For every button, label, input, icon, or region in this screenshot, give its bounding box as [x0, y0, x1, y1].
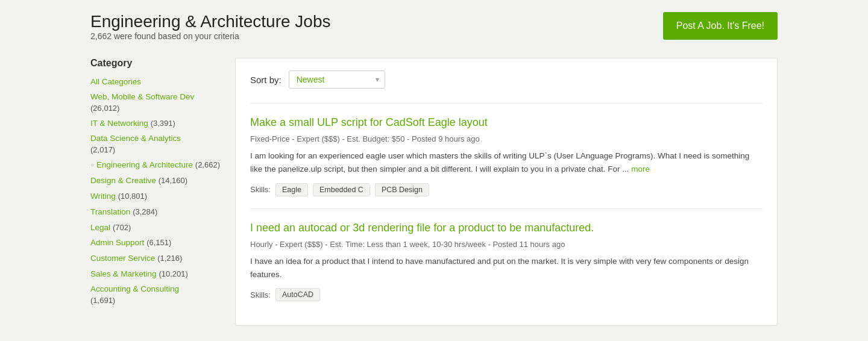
- sidebar-link-sales[interactable]: Sales & Marketing: [90, 269, 157, 278]
- sort-label: Sort by:: [250, 75, 281, 85]
- sidebar-item-engineering[interactable]: ○ Engineering & Architecture (2,662): [90, 159, 223, 171]
- sidebar-count-it: (3,391): [151, 119, 175, 128]
- skill-tag[interactable]: AutoCAD: [275, 288, 320, 301]
- sidebar-count-engineering: (2,662): [195, 160, 220, 169]
- sidebar-count-writing: (10,801): [118, 192, 147, 201]
- active-bullet-icon: ○: [90, 161, 94, 169]
- skill-tag[interactable]: Embedded C: [313, 183, 370, 196]
- sidebar-link-accounting[interactable]: Accounting & Consulting: [90, 284, 223, 295]
- sidebar-item-data[interactable]: Data Science & Analytics (2,017): [90, 133, 223, 155]
- sidebar-item-web[interactable]: Web, Mobile & Software Dev (26,012): [90, 92, 223, 114]
- sidebar-link-web[interactable]: Web, Mobile & Software Dev: [90, 92, 223, 103]
- sidebar-item-accounting[interactable]: Accounting & Consulting (1,691): [90, 284, 223, 306]
- sort-select-wrapper[interactable]: Newest Oldest Relevance: [289, 70, 385, 89]
- main-content: Sort by: Newest Oldest Relevance Make a …: [235, 58, 778, 326]
- sidebar: Category All Categories Web, Mobile & So…: [90, 58, 223, 310]
- sidebar-item-sales[interactable]: Sales & Marketing (10,201): [90, 268, 223, 280]
- job-listing: I need an autocad or 3d rendering file f…: [250, 208, 763, 314]
- sidebar-item-all[interactable]: All Categories: [90, 76, 223, 88]
- job-description: I am looking for an experienced eagle us…: [250, 149, 763, 175]
- skills-label: Skills:: [250, 290, 271, 299]
- sidebar-count-accounting: (1,691): [90, 295, 223, 306]
- post-job-button[interactable]: Post A Job. It's Free!: [663, 12, 778, 40]
- sidebar-link-it[interactable]: IT & Networking: [90, 119, 148, 128]
- job-title[interactable]: Make a small ULP script for CadSoft Eagl…: [250, 116, 763, 130]
- sidebar-item-customer[interactable]: Customer Service (1,216): [90, 252, 223, 264]
- skills-row: Skills: AutoCAD: [250, 288, 763, 301]
- sidebar-count-design: (14,160): [159, 176, 187, 185]
- sort-row: Sort by: Newest Oldest Relevance: [250, 70, 763, 89]
- sidebar-link-translation[interactable]: Translation: [90, 207, 130, 216]
- job-title[interactable]: I need an autocad or 3d rendering file f…: [250, 221, 763, 235]
- sidebar-count-legal: (702): [113, 223, 131, 232]
- skill-tag[interactable]: PCB Design: [375, 183, 429, 196]
- sidebar-link-all[interactable]: All Categories: [90, 77, 141, 86]
- job-description: I have an idea for a product that I inte…: [250, 255, 763, 281]
- skill-tag[interactable]: Eagle: [275, 183, 308, 196]
- sidebar-item-translation[interactable]: Translation (3,284): [90, 206, 223, 218]
- sidebar-item-it[interactable]: IT & Networking (3,391): [90, 117, 223, 130]
- sidebar-link-data[interactable]: Data Science & Analytics: [90, 133, 223, 145]
- sidebar-count-web: (26,012): [90, 103, 223, 114]
- sidebar-count-data: (2,017): [90, 145, 223, 155]
- sort-select[interactable]: Newest Oldest Relevance: [289, 70, 385, 89]
- job-listing: Make a small ULP script for CadSoft Eagl…: [250, 103, 763, 208]
- sidebar-count-sales: (10,201): [159, 269, 187, 278]
- sidebar-link-admin[interactable]: Admin Support: [90, 238, 144, 247]
- sidebar-link-legal[interactable]: Legal: [90, 223, 110, 232]
- sidebar-item-writing[interactable]: Writing (10,801): [90, 190, 223, 202]
- page-title: Engineering & Architecture Jobs: [90, 12, 330, 31]
- sidebar-item-design[interactable]: Design & Creative (14,160): [90, 175, 223, 187]
- job-meta: Fixed-Price - Expert ($$$) - Est. Budget…: [250, 134, 763, 143]
- skills-label: Skills:: [250, 185, 271, 194]
- sidebar-link-customer[interactable]: Customer Service: [90, 254, 155, 263]
- sidebar-category-title: Category: [90, 58, 223, 69]
- skills-row: Skills: Eagle Embedded C PCB Design: [250, 183, 763, 196]
- sidebar-count-translation: (3,284): [133, 207, 157, 216]
- job-meta: Hourly - Expert ($$$) - Est. Time: Less …: [250, 240, 763, 249]
- sidebar-count-admin: (6,151): [146, 238, 171, 247]
- sidebar-count-customer: (1,216): [157, 254, 182, 263]
- sidebar-link-writing[interactable]: Writing: [90, 192, 116, 201]
- sidebar-link-design[interactable]: Design & Creative: [90, 176, 156, 185]
- results-count: 2,662 were found based on your criteria: [90, 31, 330, 41]
- sidebar-item-legal[interactable]: Legal (702): [90, 222, 223, 234]
- sidebar-item-admin[interactable]: Admin Support (6,151): [90, 237, 223, 249]
- job-more-link[interactable]: more: [631, 164, 650, 174]
- sidebar-link-engineering[interactable]: Engineering & Architecture: [96, 160, 193, 169]
